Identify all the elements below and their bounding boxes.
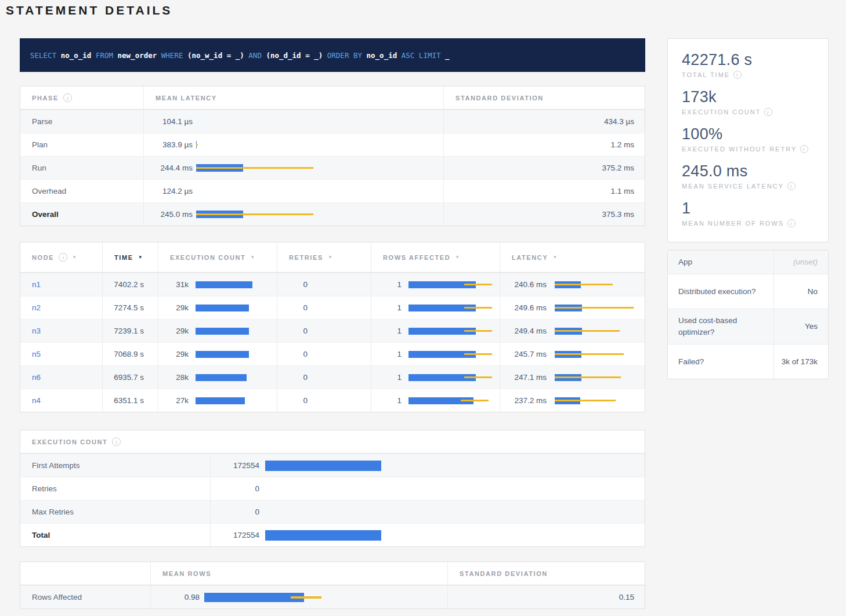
sql-token: AND xyxy=(248,51,266,60)
stat-total-time: 42271.6 s TOTAL TIMEi xyxy=(682,50,814,79)
rows-affected-bar xyxy=(408,305,491,311)
stat-mean-service-latency: 245.0 ms MEAN SERVICE LATENCYi xyxy=(682,162,814,190)
stddev-header-cell: STANDARD DEVIATION xyxy=(443,86,646,109)
latency-bar xyxy=(555,305,638,311)
latency-bar xyxy=(555,374,638,381)
execution-count-bar xyxy=(196,374,269,381)
sql-token: WHERE xyxy=(161,51,187,60)
info-icon[interactable]: i xyxy=(733,71,742,79)
table-row: n5 7068.9 s 29k 0 1 245.7 ms xyxy=(20,342,645,365)
sort-arrow-icon: ▼ xyxy=(250,255,255,260)
execution-count-bar xyxy=(196,328,269,335)
rows-affected-bar xyxy=(408,374,491,381)
table-row: Retries 0 xyxy=(20,477,645,500)
execution-count-column-header[interactable]: EXECUTION COUNT▼ xyxy=(158,242,277,272)
execution-count-bar xyxy=(196,305,269,311)
rows-affected-column-header[interactable]: ROWS AFFECTED▼ xyxy=(371,242,500,272)
rows-affected-bar xyxy=(408,328,491,335)
info-icon[interactable]: i xyxy=(59,253,67,262)
table-row: Rows Affected 0.98 0.15 xyxy=(20,585,645,608)
rows-affected-table: MEAN ROWS STANDARD DEVIATION Rows Affect… xyxy=(20,561,645,609)
latency-bar xyxy=(555,397,638,404)
sql-statement-box: SELECT no_o_id FROM new_order WHERE (no_… xyxy=(20,38,645,72)
retries-column-header[interactable]: RETRIES▼ xyxy=(277,242,371,272)
detail-row-failed: Failed? 3k of 173k xyxy=(668,344,828,379)
sql-token: no_o_id xyxy=(367,51,402,60)
phase-header-cell: PHASEi xyxy=(20,86,143,109)
time-column-header[interactable]: TIME▼ xyxy=(102,242,158,272)
mean-rows-bar xyxy=(204,593,439,602)
node-link[interactable]: n2 xyxy=(32,303,41,312)
latency-bar xyxy=(555,328,638,335)
sql-token: new_order xyxy=(118,51,161,60)
execution-count-header: EXECUTION COUNTi xyxy=(20,430,645,454)
latency-bar xyxy=(196,118,435,125)
table-row: Max Retries 0 xyxy=(20,500,645,523)
count-bar xyxy=(265,507,638,517)
rows-affected-bar xyxy=(408,281,491,288)
mean-latency-header-cell: MEAN LATENCY xyxy=(143,86,443,109)
table-row: Overhead 124.2 µs 1.1 ms xyxy=(20,179,645,202)
table-row: Total 172554 xyxy=(20,523,645,546)
summary-sidebar: 42271.6 s TOTAL TIMEi 173k EXECUTION COU… xyxy=(667,38,829,609)
rows-affected-bar xyxy=(408,397,491,404)
node-link[interactable]: n5 xyxy=(32,350,41,358)
table-row: Plan 383.9 µs 1.2 ms xyxy=(20,133,645,156)
node-link[interactable]: n1 xyxy=(32,280,41,289)
table-row: Parse 104.1 µs 434.3 µs xyxy=(20,110,645,133)
count-bar xyxy=(265,484,638,494)
detail-row-cost-based-optimizer: Used cost-based optimizer? Yes xyxy=(668,309,828,344)
latency-column-header[interactable]: LATENCY▼ xyxy=(500,242,646,272)
info-icon[interactable]: i xyxy=(63,93,72,102)
latency-bar xyxy=(196,141,435,148)
execution-count-bar xyxy=(196,351,269,358)
node-table: NODEi▼ TIME▼ EXECUTION COUNT▼ RETRIES▼ R… xyxy=(20,242,645,412)
latency-bar xyxy=(196,187,435,195)
sort-arrow-icon: ▼ xyxy=(552,255,557,260)
phase-table: PHASEi MEAN LATENCY STANDARD DEVIATION P… xyxy=(20,86,645,226)
info-icon[interactable]: i xyxy=(787,219,796,227)
table-row: n3 7239.1 s 29k 0 1 249.4 ms xyxy=(20,319,645,342)
info-icon[interactable]: i xyxy=(787,182,796,190)
latency-bar xyxy=(555,281,638,288)
latency-bar xyxy=(196,211,435,218)
stat-mean-number-of-rows: 1 MEAN NUMBER OF ROWSi xyxy=(682,199,814,227)
latency-bar xyxy=(555,351,638,358)
sort-arrow-icon: ▼ xyxy=(72,255,77,260)
stat-executed-without-retry: 100% EXECUTED WITHOUT RETRYi xyxy=(682,125,814,153)
sql-token: ASC LIMIT xyxy=(402,51,445,60)
execution-count-bar xyxy=(196,281,269,288)
count-bar xyxy=(265,461,638,471)
sql-token: SELECT xyxy=(30,51,61,60)
node-link[interactable]: n3 xyxy=(32,327,41,335)
sort-arrow-icon: ▼ xyxy=(328,255,332,260)
node-column-header[interactable]: NODEi▼ xyxy=(20,242,102,272)
table-row: Run 244.4 ms 375.2 ms xyxy=(20,156,645,179)
details-card: App (unset) Distributed execution? No Us… xyxy=(667,250,829,379)
statement-details-page: SELECT no_o_id FROM new_order WHERE (no_… xyxy=(0,0,846,609)
info-icon[interactable]: i xyxy=(800,145,808,153)
table-row: n2 7274.5 s 29k 0 1 249.6 ms xyxy=(20,296,645,319)
rows-affected-bar xyxy=(408,351,491,358)
sql-token: (no_w_id = _) xyxy=(187,51,248,60)
count-bar xyxy=(265,530,638,541)
table-row: Overall 245.0 ms 375.3 ms xyxy=(20,202,645,226)
sql-token: _ xyxy=(445,51,450,60)
node-table-header: NODEi▼ TIME▼ EXECUTION COUNT▼ RETRIES▼ R… xyxy=(20,242,645,273)
node-link[interactable]: n6 xyxy=(32,373,41,382)
stat-execution-count: 173k EXECUTION COUNTi xyxy=(682,88,814,116)
latency-bar xyxy=(196,164,435,172)
sort-arrow-icon: ▼ xyxy=(138,255,143,260)
node-link[interactable]: n4 xyxy=(32,396,41,405)
sql-token: ORDER BY xyxy=(327,51,367,60)
sql-token: no_o_id xyxy=(61,51,96,60)
info-icon[interactable]: i xyxy=(112,437,121,446)
detail-row-distributed-execution: Distributed execution? No xyxy=(668,274,828,309)
sort-arrow-icon: ▼ xyxy=(455,255,460,260)
table-row: n4 6351.1 s 27k 0 1 237.2 ms xyxy=(20,389,645,412)
table-row: n1 7402.2 s 31k 0 1 240.6 ms xyxy=(20,273,645,296)
execution-count-bar xyxy=(196,397,269,404)
info-icon[interactable]: i xyxy=(764,108,772,116)
sql-token: (no_d_id = _) xyxy=(266,51,327,60)
rows-affected-header: MEAN ROWS STANDARD DEVIATION xyxy=(20,562,645,585)
